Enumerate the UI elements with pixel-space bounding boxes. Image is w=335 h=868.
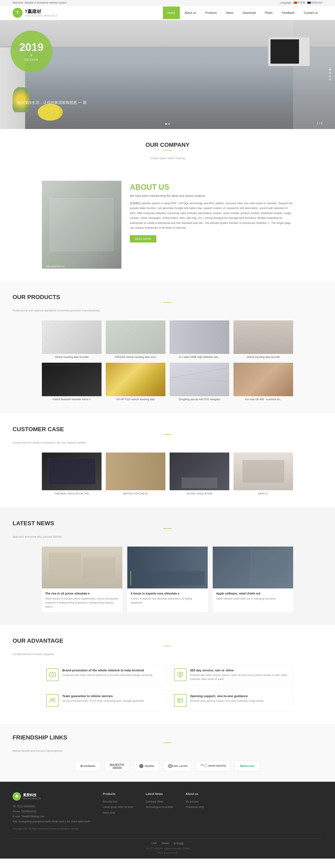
lang-cn-button[interactable]: 中文版 <box>294 1 305 4</box>
nav-contact[interactable]: Contact us <box>299 6 323 19</box>
link-logo-2[interactable]: MAJESTIC ▓▓▓▓▓▓ <box>104 761 130 771</box>
nav-home[interactable]: Home <box>163 6 180 19</box>
footer-bottom-link-other[interactable]: 各均链接 <box>174 842 184 845</box>
link-logo-1[interactable]: ⊞ mediastu <box>75 761 100 771</box>
product-item-2[interactable]: PAPAGO vehicle traveling data recor <box>106 320 165 359</box>
nav-download[interactable]: Download <box>238 6 260 19</box>
footer-bottom: LINK Taobao 各均链接 TAGS: Website explore l… <box>12 838 323 855</box>
nav-feedback[interactable]: Feedback <box>277 6 299 19</box>
footer-link-company-news[interactable]: Company News <box>146 799 173 804</box>
news-section: LATEST NEWS Approach everyone who pursue… <box>0 507 335 625</box>
news-body-2: A boom in exports rose stimulate e A boo… <box>127 588 208 608</box>
product-item-4[interactable]: vehicle traveling data recorder <box>234 320 293 359</box>
advantage-grid: Brand promotion of the whole network to … <box>42 664 293 711</box>
news-title-1: The rise in oil prices stimulate e <box>45 592 119 595</box>
side-dot-2[interactable] <box>329 72 331 74</box>
footer-bottom-link-link[interactable]: LINK <box>151 842 157 845</box>
hero-lemons <box>38 104 63 121</box>
about-text: ABOUT US We have been transforming the i… <box>130 181 293 269</box>
link-logo-5[interactable]: VISION CREATIVE <box>196 761 231 771</box>
nav-photo[interactable]: Photo <box>260 6 277 19</box>
language-label: Language: <box>280 1 292 4</box>
hero-dot-2[interactable] <box>168 123 170 125</box>
case-item-2[interactable]: WATER TIGHTNESS <box>106 453 165 495</box>
products-subtitle: Professional and rigorous standards of G… <box>12 309 323 312</box>
company-line <box>163 150 172 150</box>
footer-info: Tel: 0131-00000039 Phone: 15509034812 E-… <box>12 804 90 824</box>
case-name-3: SOUND INSULATION <box>170 492 229 495</box>
footer-link-piano[interactable]: Piano drop <box>103 810 133 815</box>
flag-uk-icon <box>307 2 311 4</box>
footer-logo-icon: 冕 <box>12 792 21 801</box>
svg-point-11 <box>51 698 53 700</box>
side-dot-1[interactable] <box>329 69 331 70</box>
news-desc-2: A boom in exports rose stimulate explora… <box>131 597 204 605</box>
case-title: CUSTOMER CASE <box>12 426 323 433</box>
news-line <box>163 528 172 529</box>
advantage-title: OUR ADVANTAGE <box>12 638 323 644</box>
hero-dot-1[interactable] <box>165 123 167 125</box>
case-item-3[interactable]: SOUND INSULATION <box>170 453 229 495</box>
footer-link-finishwear[interactable]: Finishwear shop <box>185 804 204 810</box>
product-item-8[interactable]: Iron man DK-680 - a vehicle dri... <box>234 363 293 401</box>
nav-about[interactable]: About us <box>180 6 201 19</box>
product-img-3 <box>170 320 229 354</box>
news-body-1: The rise in oil prices stimulate e Other… <box>42 588 122 612</box>
advantage-desc-1: Cooperate with major Internet platforms … <box>62 673 153 677</box>
company-title: OUR COMPANY <box>12 142 323 148</box>
advantage-heading-4: Opening support, one-to-one guidance <box>190 694 265 698</box>
lang-en-button[interactable]: ENGLISH <box>307 1 323 4</box>
footer-link-tech[interactable]: Technological innovation <box>146 804 173 810</box>
hero-side-nav <box>329 69 331 81</box>
svg-point-16 <box>178 701 179 701</box>
product-img-1 <box>42 320 101 354</box>
footer-col-news-heading: Latest News <box>146 792 173 796</box>
footer-icp: 粤ICP备xxxxxxxx号 <box>12 851 323 855</box>
news-item-1[interactable]: The rise in oil prices stimulate e Other… <box>42 547 122 612</box>
footer-tag-website[interactable]: Website <box>154 847 163 850</box>
footer-col-news-list: Company News Technological innovation <box>146 799 173 810</box>
footer-brand-name: 冕景科技 <box>23 793 41 798</box>
side-dot-3[interactable] <box>329 75 331 77</box>
svg-rect-13 <box>178 699 183 702</box>
product-item-5[interactable]: Patriot bluetooth rearview mirror V <box>42 363 101 401</box>
advantage-subtitle: Comprehensive Function Upgrade <box>12 653 323 656</box>
news-desc-1: Other brands of indicator prices impleme… <box>45 597 119 609</box>
footer-link-account[interactable]: My account <box>185 799 204 804</box>
footer-link-lorem[interactable]: Lorem ipsum dolor sit amet <box>103 804 133 810</box>
product-item-3[interactable]: As I swim D58B High-definition veh... <box>170 320 229 359</box>
product-name-7: Dongfeng special A40 DVD navigator <box>170 398 229 401</box>
footer-link-security[interactable]: Security door <box>103 799 133 804</box>
footer-tag-photos[interactable]: Photos <box>182 847 189 850</box>
side-dot-4[interactable] <box>329 79 331 81</box>
link-logo-4[interactable]: UNIV. LACKN <box>163 761 192 771</box>
footer-copyright: Copyright 2017 All Right Reserved.Domain… <box>12 827 90 830</box>
hero-tagline-text: 为计深自生活，让你的家居装饰然然 一 新 <box>17 100 87 105</box>
link-logo-3[interactable]: SQUIREL <box>134 761 159 771</box>
nav-news[interactable]: News <box>221 6 238 19</box>
footer-top: 冕 冕景科技 MOUMOUREA.CN Tel: 0131-00000039 P… <box>12 792 323 830</box>
product-item-7[interactable]: Dongfeng special A40 DVD navigator <box>170 363 229 401</box>
footer-bottom-link-taobao[interactable]: Taobao <box>161 842 170 845</box>
footer-tags-label: TAGS: <box>145 847 153 850</box>
hero-year-circle: 2019 + DESIGN <box>10 31 52 72</box>
news-item-3[interactable]: Apple software, retail chiefs out Apple … <box>213 547 293 612</box>
company-subtitle: Create Super Talent Training <box>12 157 323 160</box>
product-name-1: Vehicle traveling data recorder <box>42 355 101 359</box>
nav-products[interactable]: Products <box>201 6 221 19</box>
logo-sub: YING BUILDING MATERIALS <box>25 15 57 17</box>
product-name-2: PAPAGO vehicle traveling data recor <box>106 355 165 359</box>
advantage-icon-4 <box>174 694 187 707</box>
case-item-1[interactable]: THERMAL INSULATION THE <box>42 453 101 495</box>
hero-right-panel <box>293 20 335 129</box>
links-line <box>163 743 172 743</box>
read-more-button[interactable]: READ MORE <box>130 235 156 243</box>
footer-tag-explore[interactable]: explore learning <box>164 847 181 850</box>
link-logo-6[interactable]: MySuccess <box>235 761 260 771</box>
product-item-1[interactable]: Vehicle traveling data recorder <box>42 320 101 359</box>
case-item-4[interactable]: SAFETY <box>234 453 293 495</box>
flag-cn-icon <box>294 2 297 4</box>
news-img-2 <box>127 547 208 588</box>
news-item-2[interactable]: A boom in exports rose stimulate e A boo… <box>127 547 208 612</box>
product-item-6[interactable]: HP HP F310 vehicle traveling data <box>106 363 165 401</box>
